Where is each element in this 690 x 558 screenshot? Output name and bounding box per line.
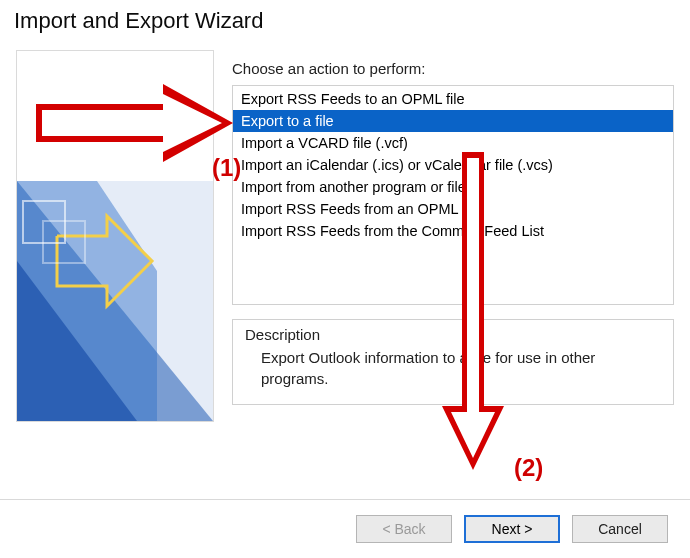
window-title: Import and Export Wizard [0,0,690,50]
callout-step2-label: (2) [514,454,543,482]
description-text: Export Outlook information to a file for… [245,347,661,389]
cancel-button[interactable]: Cancel [572,515,668,543]
action-list-item[interactable]: Export to a file [233,110,673,132]
wizard-illustration [16,50,214,422]
action-prompt-label: Choose an action to perform: [232,60,674,77]
next-button[interactable]: Next > [464,515,560,543]
wizard-footer: < Back Next > Cancel [0,499,690,558]
action-list-item[interactable]: Export RSS Feeds to an OPML file [233,88,673,110]
action-list-item[interactable]: Import RSS Feeds from the Common Feed Li… [233,220,673,242]
back-button[interactable]: < Back [356,515,452,543]
action-list-item[interactable]: Import from another program or file [233,176,673,198]
action-list-item[interactable]: Import an iCalendar (.ics) or vCalendar … [233,154,673,176]
action-list-item[interactable]: Import RSS Feeds from an OPML file [233,198,673,220]
description-heading: Description [245,326,661,343]
description-panel: Description Export Outlook information t… [232,319,674,405]
action-listbox[interactable]: Export RSS Feeds to an OPML fileExport t… [232,85,674,305]
action-list-item[interactable]: Import a VCARD file (.vcf) [233,132,673,154]
